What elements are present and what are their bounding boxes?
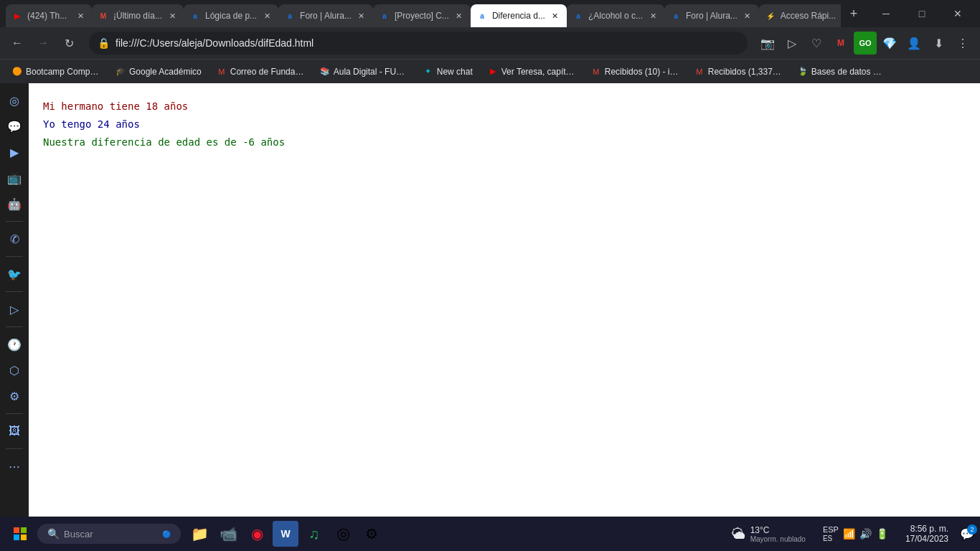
sidebar-settings-icon[interactable]: ⚙ bbox=[3, 385, 26, 408]
taskbar-app-xbox-settings[interactable]: ⚙ bbox=[359, 521, 385, 547]
bookmark-bm-ver-teresa[interactable]: ▶Ver Teresa, capítulo... bbox=[481, 63, 582, 80]
language-icon: ESPES bbox=[823, 525, 839, 542]
sidebar-image-icon[interactable]: 🖼 bbox=[3, 420, 26, 443]
bookmark-favicon-bm-bases-datos: 🍃 bbox=[797, 66, 809, 77]
svg-rect-1 bbox=[21, 527, 27, 533]
taskbar-app-opera-taskbar[interactable]: ◉ bbox=[244, 521, 270, 547]
close-button[interactable]: ✕ bbox=[941, 2, 974, 25]
sidebar-cube-icon[interactable]: ⬡ bbox=[3, 359, 26, 382]
bookmark-label-bm-ver-teresa: Ver Teresa, capítulo... bbox=[501, 67, 576, 77]
bookmark-bm-correo-fund[interactable]: MCorreo de Fundació... bbox=[210, 63, 311, 80]
bookmark-bm-recibidos2[interactable]: MRecibidos (1,337) -... bbox=[688, 63, 788, 80]
weather-widget[interactable]: 🌥 13°C Mayorm. nublado bbox=[726, 522, 811, 546]
bookmark-bm-bootcamp[interactable]: 🟠Bootcamp Complet... bbox=[6, 63, 106, 80]
tab-tab-alura1[interactable]: aLógica de p...✕ bbox=[184, 4, 278, 27]
weather-icon: 🌥 bbox=[732, 526, 746, 542]
taskbar-app-teams[interactable]: 📹 bbox=[215, 521, 241, 547]
taskbar-app-spotify[interactable]: ♫ bbox=[301, 521, 327, 547]
tab-favicon-tab-alcohol: a bbox=[573, 10, 584, 22]
tab-tab-yt[interactable]: ▶(424) Th...✕ bbox=[6, 4, 92, 27]
search-icon: 🔍 bbox=[47, 528, 60, 540]
tab-close-tab-foro2[interactable]: ✕ bbox=[742, 10, 753, 22]
bookmark-bm-new-chat[interactable]: ✦New chat bbox=[417, 63, 479, 80]
sys-tray-icons[interactable]: ESPES 📶 🔊 🔋 bbox=[817, 522, 894, 545]
sidebar-message-icon[interactable]: 💬 bbox=[3, 115, 26, 138]
sidebar-divider-icon-div4 bbox=[6, 326, 23, 327]
tab-favicon-tab-acceso: ⚡ bbox=[765, 10, 776, 22]
tab-close-tab-yt[interactable]: ✕ bbox=[75, 10, 86, 22]
sidebar-twitter-icon[interactable]: 🐦 bbox=[3, 263, 26, 286]
line2-text: Yo tengo 24 años bbox=[43, 116, 966, 133]
sidebar-divider-icon-div3 bbox=[6, 291, 23, 292]
sidebar-robot-icon[interactable]: 🤖 bbox=[3, 192, 26, 215]
sidebar-clock-icon[interactable]: 🕐 bbox=[3, 333, 26, 356]
minimize-button[interactable]: ─ bbox=[870, 2, 903, 25]
address-bar[interactable]: 🔒 file:///C:/Users/aleja/Downloads/difEd… bbox=[89, 32, 748, 55]
bookmark-bm-google-acad[interactable]: 🎓Google Académico bbox=[109, 63, 207, 80]
title-bar: ▶(424) Th...✕M¡Último día...✕aLógica de … bbox=[0, 0, 980, 27]
sidebar: ◎💬▶📺🤖✆🐦▷🕐⬡⚙🖼⋯ bbox=[0, 83, 29, 517]
download-button[interactable]: ⬇ bbox=[927, 32, 950, 55]
notification-button[interactable]: 💬 2 bbox=[960, 527, 974, 541]
sidebar-youtube-icon[interactable]: ▶ bbox=[3, 141, 26, 164]
go-button[interactable]: GO bbox=[854, 32, 877, 55]
taskbar-app-file-explorer[interactable]: 📁 bbox=[187, 521, 212, 547]
sidebar-twitch-icon[interactable]: 📺 bbox=[3, 166, 26, 189]
notification-badge: 2 bbox=[967, 524, 977, 534]
favorites-button[interactable]: ♡ bbox=[805, 32, 828, 55]
screenshot-button[interactable]: 📷 bbox=[756, 32, 779, 55]
bookmark-bm-bases-datos[interactable]: 🍃Bases de datos des... bbox=[791, 63, 892, 80]
sidebar-divider-icon-div6 bbox=[6, 448, 23, 449]
sidebar-more-icon[interactable]: ⋯ bbox=[3, 455, 26, 478]
browser-window: ▶(424) Th...✕M¡Último día...✕aLógica de … bbox=[0, 0, 980, 551]
profile-button[interactable]: 👤 bbox=[903, 32, 925, 55]
bookmark-label-bm-bootcamp: Bootcamp Complet... bbox=[26, 67, 100, 77]
tab-tab-acceso[interactable]: ⚡Acceso Rápi...✕ bbox=[759, 4, 841, 27]
tab-title-tab-foro1: Foro | Alura... bbox=[300, 11, 352, 21]
new-tab-button[interactable]: + bbox=[844, 4, 864, 24]
tab-tab-proyecto[interactable]: a[Proyecto] C...✕ bbox=[373, 4, 471, 27]
tab-close-tab-proyecto[interactable]: ✕ bbox=[453, 10, 465, 22]
svg-rect-0 bbox=[14, 527, 19, 533]
sidebar-opera-icon[interactable]: ◎ bbox=[3, 89, 26, 112]
tab-close-tab-alcohol[interactable]: ✕ bbox=[647, 10, 659, 22]
tab-favicon-tab-foro1: a bbox=[284, 10, 296, 22]
wallet-button[interactable]: 💎 bbox=[878, 32, 901, 55]
tab-tab-dif[interactable]: aDiferencia d...✕ bbox=[471, 4, 567, 27]
taskbar-app-chrome-taskbar[interactable]: ◎ bbox=[330, 521, 356, 547]
sidebar-whatsapp-icon[interactable]: ✆ bbox=[3, 227, 26, 250]
taskbar-search[interactable]: 🔍 Buscar 🔵 bbox=[37, 524, 181, 544]
tab-close-tab-gmail1[interactable]: ✕ bbox=[166, 10, 178, 22]
page-text: Mi hermano tiene 18 años Yo tengo 24 año… bbox=[43, 98, 966, 152]
adblock-button[interactable]: M bbox=[829, 32, 852, 55]
tab-close-tab-foro1[interactable]: ✕ bbox=[356, 10, 367, 22]
menu-button[interactable]: ⋮ bbox=[951, 32, 974, 55]
tab-tab-foro2[interactable]: aForo | Alura...✕ bbox=[664, 4, 759, 27]
tab-tab-alcohol[interactable]: a¿Alcohol o c...✕ bbox=[567, 4, 664, 27]
volume-icon: 🔊 bbox=[859, 528, 872, 540]
bookmark-favicon-bm-aula-digital: 📚 bbox=[319, 66, 331, 77]
refresh-button[interactable]: ↻ bbox=[57, 32, 80, 55]
play-button[interactable]: ▷ bbox=[781, 32, 804, 55]
tab-close-tab-alura1[interactable]: ✕ bbox=[261, 10, 273, 22]
nav-bar: ← → ↻ 🔒 file:///C:/Users/aleja/Downloads… bbox=[0, 27, 980, 59]
clock[interactable]: 8:56 p. m. 17/04/2023 bbox=[900, 521, 954, 547]
tab-tab-foro1[interactable]: aForo | Alura...✕ bbox=[278, 4, 373, 27]
tab-title-tab-alura1: Lógica de p... bbox=[205, 11, 257, 21]
sidebar-plex-icon[interactable]: ▷ bbox=[3, 298, 26, 321]
tab-tab-gmail1[interactable]: M¡Último día...✕ bbox=[92, 4, 184, 27]
bookmark-bm-aula-digital[interactable]: 📚Aula Digital - FUJC:... bbox=[314, 63, 414, 80]
back-button[interactable]: ← bbox=[6, 32, 29, 55]
bookmark-favicon-bm-recibidos1: M bbox=[590, 66, 602, 77]
forward-button[interactable]: → bbox=[32, 32, 55, 55]
maximize-button[interactable]: □ bbox=[905, 2, 938, 25]
tab-close-tab-acceso[interactable]: ✕ bbox=[840, 10, 841, 22]
nav-actions: 📷 ▷ ♡ M GO 💎 👤 ⬇ ⋮ bbox=[756, 32, 974, 55]
bookmark-label-bm-new-chat: New chat bbox=[437, 67, 473, 77]
bookmark-bm-recibidos1[interactable]: MRecibidos (10) - ing... bbox=[585, 63, 685, 80]
start-button[interactable] bbox=[6, 519, 34, 548]
wifi-icon: 📶 bbox=[843, 528, 855, 540]
tab-title-tab-acceso: Acceso Rápi... bbox=[781, 11, 836, 21]
tab-close-tab-dif[interactable]: ✕ bbox=[550, 10, 561, 22]
taskbar-app-word[interactable]: W bbox=[273, 521, 298, 547]
